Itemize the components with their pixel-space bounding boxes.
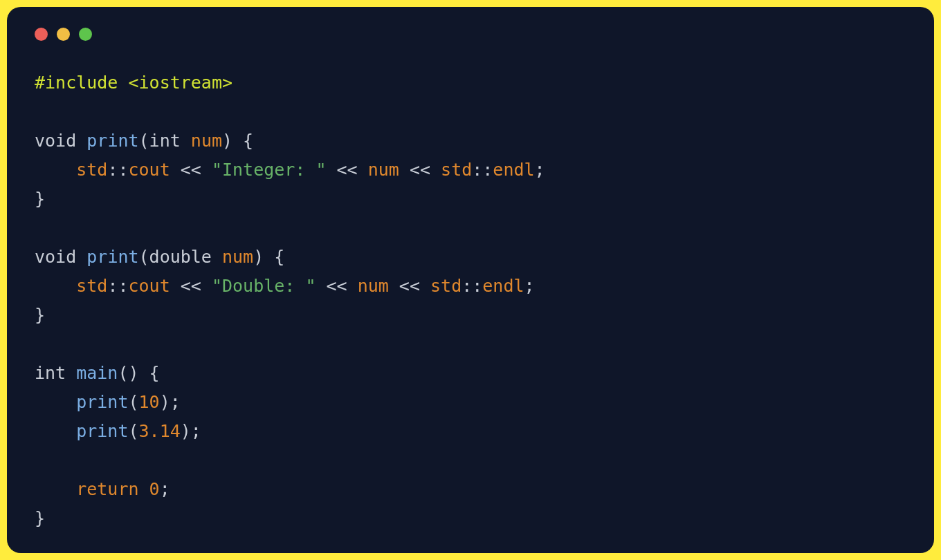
sp — [76, 131, 86, 151]
rparen: ) — [129, 363, 139, 383]
stream-insertion: << — [389, 276, 430, 296]
rbrace: } — [35, 508, 45, 528]
indent — [35, 421, 76, 441]
keyword-void: void — [35, 247, 76, 267]
semicolon: ; — [170, 392, 181, 412]
rbrace: } — [35, 189, 45, 209]
keyword-void: void — [35, 131, 76, 151]
cout: cout — [128, 276, 170, 296]
stream-insertion: << — [316, 276, 357, 296]
lparen: ( — [139, 131, 149, 151]
type-int: int — [149, 131, 181, 151]
param-num: num — [191, 131, 222, 151]
endl: endl — [493, 160, 534, 180]
lparen: ( — [139, 247, 149, 267]
lparen: ( — [118, 363, 128, 383]
function-call: print — [76, 392, 128, 412]
lparen: ( — [128, 421, 138, 441]
sp — [139, 479, 149, 499]
close-icon[interactable] — [35, 28, 48, 41]
function-call: print — [76, 421, 128, 441]
string-literal: "Integer: " — [212, 160, 327, 180]
stream-insertion: << — [170, 276, 212, 296]
include-header: <iostream> — [128, 73, 232, 93]
number-literal: 10 — [139, 392, 160, 412]
rbrace: } — [35, 305, 45, 325]
indent — [35, 479, 76, 499]
semicolon: ; — [524, 276, 535, 296]
rparen: ) — [160, 392, 170, 412]
endl: endl — [482, 276, 524, 296]
preprocessor-include: #include — [35, 73, 118, 93]
scope-resolution: :: — [107, 276, 128, 296]
sp — [181, 131, 191, 151]
type-int: int — [35, 363, 66, 383]
param-num: num — [222, 247, 253, 267]
minimize-icon[interactable] — [57, 28, 70, 41]
cout: cout — [128, 160, 170, 180]
number-literal: 0 — [149, 479, 160, 499]
namespace-std: std — [441, 160, 472, 180]
code-content: #include <iostream> void print(int num) … — [35, 68, 906, 533]
function-name: print — [86, 131, 138, 151]
scope-resolution: :: — [472, 160, 493, 180]
lbrace: { — [139, 363, 160, 383]
type-double: double — [149, 247, 212, 267]
indent — [35, 392, 76, 412]
string-literal: "Double: " — [212, 276, 316, 296]
semicolon: ; — [160, 479, 170, 499]
sp — [212, 247, 222, 267]
lbrace: { — [232, 131, 253, 151]
keyword-return: return — [76, 479, 138, 499]
stream-insertion: << — [327, 160, 368, 180]
maximize-icon[interactable] — [79, 28, 92, 41]
indent — [35, 276, 76, 296]
indent — [35, 160, 76, 180]
semicolon: ; — [191, 421, 201, 441]
scope-resolution: :: — [462, 276, 482, 296]
code-window: #include <iostream> void print(int num) … — [7, 7, 934, 553]
function-name: print — [86, 247, 138, 267]
namespace-std: std — [76, 160, 107, 180]
number-literal: 3.14 — [139, 421, 181, 441]
lbrace: { — [264, 247, 284, 267]
semicolon: ; — [535, 160, 545, 180]
rparen: ) — [253, 247, 264, 267]
sp — [76, 247, 86, 267]
scope-resolution: :: — [107, 160, 128, 180]
namespace-std: std — [76, 276, 107, 296]
var-num: num — [358, 276, 389, 296]
var-num: num — [368, 160, 399, 180]
rparen: ) — [222, 131, 232, 151]
function-main: main — [76, 363, 118, 383]
sp — [118, 73, 128, 93]
sp — [66, 363, 76, 383]
window-controls — [35, 28, 906, 41]
stream-insertion: << — [170, 160, 212, 180]
stream-insertion: << — [399, 160, 441, 180]
lparen: ( — [128, 392, 138, 412]
namespace-std: std — [430, 276, 462, 296]
rparen: ) — [181, 421, 191, 441]
